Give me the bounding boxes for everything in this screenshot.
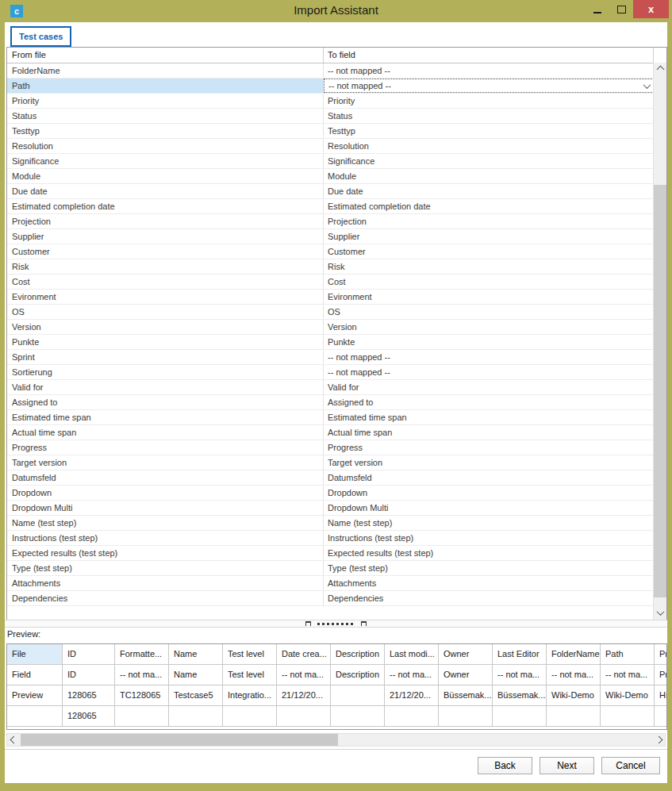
vertical-scrollbar-thumb[interactable] xyxy=(654,185,666,597)
mapping-row[interactable]: PunktePunkte xyxy=(7,335,654,350)
mapping-row[interactable]: Expected results (test step)Expected res… xyxy=(7,546,654,561)
to-field-cell[interactable]: Instructions (test step) xyxy=(324,531,654,545)
next-button[interactable]: Next xyxy=(540,757,594,774)
from-file-cell[interactable]: Name (test step) xyxy=(7,516,324,530)
preview-cell[interactable]: Description xyxy=(331,665,385,685)
from-file-cell[interactable]: Datumsfeld xyxy=(7,470,324,485)
mapping-row[interactable]: ProjectionProjection xyxy=(7,214,654,229)
preview-cell[interactable]: -- not ma... xyxy=(277,665,331,685)
title-bar[interactable]: c Import Assistant x xyxy=(0,0,672,22)
preview-cell[interactable] xyxy=(331,685,385,706)
preview-cell[interactable]: Description xyxy=(331,644,385,665)
preview-cell[interactable]: Last modi... xyxy=(385,644,439,665)
preview-cell[interactable]: Hig xyxy=(655,685,667,706)
to-field-cell[interactable]: Dropdown Multi xyxy=(324,501,654,515)
to-field-cell[interactable]: Punkte xyxy=(324,335,654,349)
mapping-row[interactable]: ResolutionResolution xyxy=(7,139,654,154)
preview-cell[interactable] xyxy=(385,706,439,727)
preview-cell[interactable] xyxy=(601,706,655,727)
scroll-up-button[interactable] xyxy=(654,63,666,76)
preview-cell[interactable]: Date crea... xyxy=(277,644,331,665)
mapping-row[interactable]: DropdownDropdown xyxy=(7,486,654,501)
from-file-cell[interactable]: Attachments xyxy=(7,576,324,590)
from-file-cell[interactable]: Supplier xyxy=(7,229,324,244)
to-field-cell[interactable]: Customer xyxy=(324,244,654,259)
mapping-row[interactable]: Valid forValid for xyxy=(7,380,654,395)
mapping-row[interactable]: RiskRisk xyxy=(7,259,654,275)
to-field-cell[interactable]: Status xyxy=(324,109,654,123)
mapping-row[interactable]: Target versionTarget version xyxy=(7,455,654,470)
from-file-cell[interactable]: Target version xyxy=(7,455,324,470)
mapping-row[interactable]: EvironmentEvironment xyxy=(7,290,654,305)
to-field-cell[interactable]: Dependencies xyxy=(324,591,654,605)
vertical-scrollbar[interactable] xyxy=(653,63,666,620)
scroll-right-button[interactable] xyxy=(652,734,665,746)
horizontal-scrollbar[interactable] xyxy=(6,733,666,747)
to-field-cell[interactable]: Target version xyxy=(324,455,654,470)
mapping-row[interactable]: Sortierung-- not mapped -- xyxy=(7,365,654,380)
to-field-cell[interactable]: Significance xyxy=(324,154,654,168)
from-file-cell[interactable]: Dependencies xyxy=(7,591,324,605)
preview-cell[interactable]: Path xyxy=(601,644,655,665)
mapping-row[interactable]: Due dateDue date xyxy=(7,184,654,199)
from-file-cell[interactable]: Module xyxy=(7,169,324,183)
preview-cell[interactable]: 21/12/20... xyxy=(385,685,439,706)
preview-cell[interactable]: Pri xyxy=(655,665,667,685)
preview-cell[interactable]: FolderName xyxy=(547,644,601,665)
mapping-row[interactable]: CustomerCustomer xyxy=(7,244,654,259)
close-button[interactable]: x xyxy=(633,0,669,18)
preview-cell[interactable] xyxy=(331,706,385,727)
to-field-cell[interactable]: Progress xyxy=(324,440,654,455)
maximize-button[interactable] xyxy=(609,0,633,18)
minimize-button[interactable] xyxy=(586,0,609,18)
from-file-cell[interactable]: Assigned to xyxy=(7,395,324,409)
to-field-cell[interactable]: Cost xyxy=(324,275,654,289)
preview-cell[interactable]: Wiki-Demo xyxy=(601,685,655,706)
to-field-cell[interactable]: Type (test step) xyxy=(324,561,654,575)
to-field-cell[interactable]: Module xyxy=(324,169,654,183)
preview-cell[interactable]: Büssemak... xyxy=(493,685,547,706)
preview-cell[interactable]: -- not ma... xyxy=(385,665,439,685)
mapping-row[interactable]: DependenciesDependencies xyxy=(7,591,654,606)
mapping-row[interactable]: SupplierSupplier xyxy=(7,229,654,244)
preview-cell[interactable]: Name xyxy=(169,644,223,665)
from-file-cell[interactable]: Version xyxy=(7,320,324,334)
from-file-cell[interactable]: Sprint xyxy=(7,350,324,364)
mapping-row[interactable]: Actual time spanActual time span xyxy=(7,425,654,440)
mapping-row[interactable]: CostCost xyxy=(7,275,654,290)
preview-cell[interactable]: Test level xyxy=(223,644,277,665)
preview-cell[interactable]: Integratio... xyxy=(223,685,277,706)
preview-cell[interactable]: Last Editor xyxy=(493,644,547,665)
to-field-combobox[interactable]: -- not mapped -- xyxy=(324,79,654,93)
to-field-cell[interactable]: Resolution xyxy=(324,139,654,153)
mapping-row[interactable]: Name (test step)Name (test step) xyxy=(7,516,654,531)
from-file-cell[interactable]: Evironment xyxy=(7,290,324,304)
preview-row-label-cell[interactable]: Preview xyxy=(7,685,63,706)
to-field-cell[interactable]: -- not mapped -- xyxy=(324,63,654,78)
preview-cell[interactable]: 21/12/20... xyxy=(277,685,331,706)
to-field-cell[interactable]: Estimated completion date xyxy=(324,199,654,213)
preview-cell[interactable]: -- not ma... xyxy=(115,665,169,685)
tab-test-cases[interactable]: Test cases xyxy=(10,26,71,47)
from-file-cell[interactable]: Dropdown Multi xyxy=(7,501,324,515)
mapping-row[interactable]: OSOS xyxy=(7,305,654,320)
mapping-row[interactable]: Estimated time spanEstimated time span xyxy=(7,410,654,425)
to-field-cell[interactable]: Projection xyxy=(324,214,654,228)
mapping-row[interactable]: Path-- not mapped -- xyxy=(7,79,654,94)
to-field-cell[interactable]: Evironment xyxy=(324,290,654,304)
from-file-cell[interactable]: Estimated completion date xyxy=(7,199,324,213)
mapping-row[interactable]: Instructions (test step)Instructions (te… xyxy=(7,531,654,546)
preview-cell[interactable]: Testcase5 xyxy=(169,685,223,706)
preview-cell[interactable]: Formatte... xyxy=(115,644,169,665)
from-file-cell[interactable]: Expected results (test step) xyxy=(7,546,324,560)
preview-cell[interactable] xyxy=(169,706,223,727)
preview-cell[interactable]: -- not ma... xyxy=(493,665,547,685)
from-file-cell[interactable]: Resolution xyxy=(7,139,324,153)
preview-row-label-cell[interactable]: Field xyxy=(7,665,63,685)
from-file-cell[interactable]: Testtyp xyxy=(7,124,324,138)
to-field-cell[interactable]: Dropdown xyxy=(324,486,654,500)
mapping-row[interactable]: Assigned toAssigned to xyxy=(7,395,654,410)
from-file-cell[interactable]: Risk xyxy=(7,259,324,274)
preview-cell[interactable]: Pri xyxy=(655,644,667,665)
preview-cell[interactable] xyxy=(223,706,277,727)
